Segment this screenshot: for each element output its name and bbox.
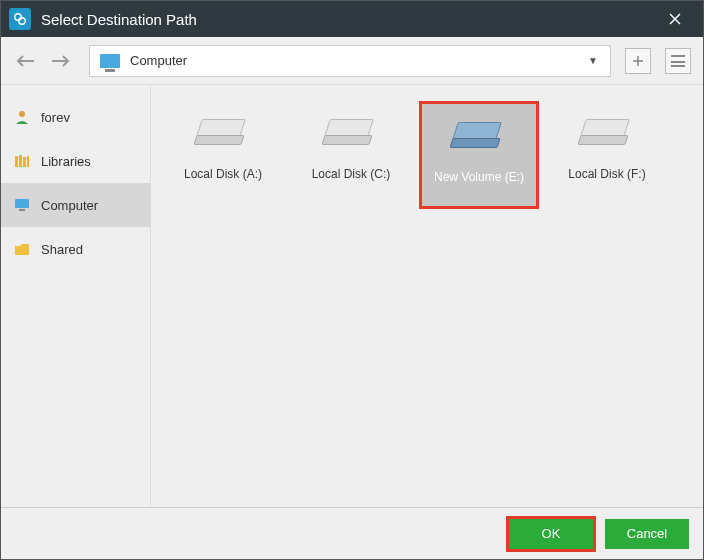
sidebar-item-shared[interactable]: Shared — [1, 227, 150, 271]
address-text: Computer — [130, 53, 576, 68]
shared-icon — [13, 240, 31, 258]
drive-item-e[interactable]: New Volume (E:) — [419, 101, 539, 209]
sidebar: forev Libraries Computer Shared — [1, 85, 151, 507]
computer-icon — [13, 196, 31, 214]
svg-rect-9 — [15, 156, 18, 167]
sidebar-item-forev[interactable]: forev — [1, 95, 150, 139]
cancel-button[interactable]: Cancel — [605, 519, 689, 549]
drive-grid: Local Disk (A:) Local Disk (C:) New Volu… — [151, 85, 703, 507]
hard-disk-icon — [193, 113, 253, 153]
sidebar-item-label: Libraries — [41, 154, 91, 169]
address-bar[interactable]: Computer ▼ — [89, 45, 611, 77]
drive-item-f[interactable]: Local Disk (F:) — [547, 101, 667, 209]
back-button[interactable] — [13, 48, 39, 74]
hard-disk-icon — [449, 116, 509, 156]
svg-rect-14 — [19, 209, 25, 211]
app-icon — [9, 8, 31, 30]
drive-item-a[interactable]: Local Disk (A:) — [163, 101, 283, 209]
hard-disk-icon — [577, 113, 637, 153]
sidebar-item-label: Computer — [41, 198, 98, 213]
svg-rect-13 — [15, 199, 29, 208]
address-dropdown-icon[interactable]: ▼ — [586, 55, 600, 66]
drive-label: Local Disk (C:) — [312, 167, 391, 181]
sidebar-item-label: Shared — [41, 242, 83, 257]
drive-label: Local Disk (A:) — [184, 167, 262, 181]
sidebar-item-computer[interactable]: Computer — [1, 183, 150, 227]
svg-point-1 — [19, 18, 25, 24]
computer-icon — [100, 54, 120, 68]
sidebar-item-label: forev — [41, 110, 70, 125]
drive-label: New Volume (E:) — [434, 170, 524, 184]
forward-button[interactable] — [47, 48, 73, 74]
sidebar-item-libraries[interactable]: Libraries — [1, 139, 150, 183]
svg-rect-12 — [27, 156, 29, 167]
ok-button[interactable]: OK — [509, 519, 593, 549]
close-icon[interactable] — [655, 1, 695, 37]
view-list-button[interactable] — [665, 48, 691, 74]
hard-disk-icon — [321, 113, 381, 153]
svg-point-8 — [19, 111, 25, 117]
svg-point-0 — [15, 14, 21, 20]
svg-rect-10 — [19, 155, 22, 167]
titlebar: Select Destination Path — [1, 1, 703, 37]
footer: OK Cancel — [1, 507, 703, 559]
svg-rect-11 — [23, 157, 26, 167]
new-folder-button[interactable] — [625, 48, 651, 74]
window-title: Select Destination Path — [41, 11, 655, 28]
user-icon — [13, 108, 31, 126]
libraries-icon — [13, 152, 31, 170]
toolbar: Computer ▼ — [1, 37, 703, 85]
drive-label: Local Disk (F:) — [568, 167, 645, 181]
drive-item-c[interactable]: Local Disk (C:) — [291, 101, 411, 209]
select-destination-window: Select Destination Path Computer ▼ — [0, 0, 704, 560]
content-area: forev Libraries Computer Shared — [1, 85, 703, 507]
list-icon — [671, 55, 685, 67]
